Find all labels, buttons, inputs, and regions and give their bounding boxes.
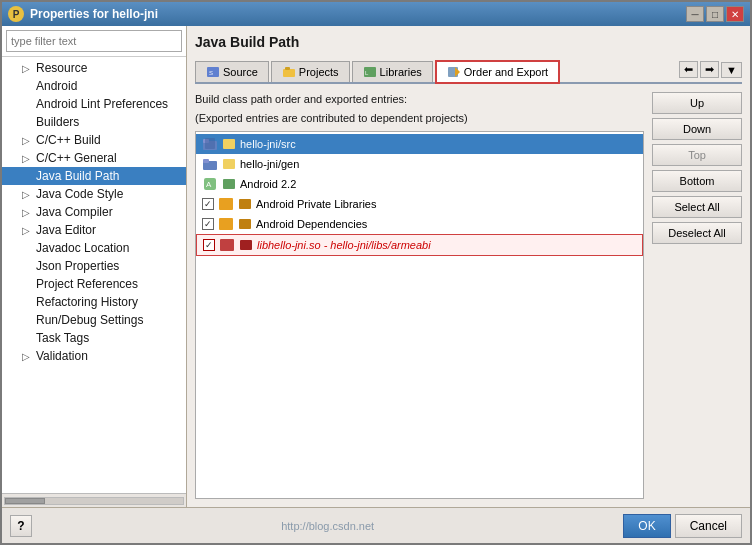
sidebar-item-java-editor[interactable]: ▷ Java Editor (2, 221, 186, 239)
nav-back-button[interactable]: ⬅ (679, 61, 698, 78)
sidebar-item-cpp-build[interactable]: ▷ C/C++ Build (2, 131, 186, 149)
sidebar-item-validation[interactable]: ▷ Validation (2, 347, 186, 365)
sidebar-item-refactoring[interactable]: Refactoring History (2, 293, 186, 311)
panel-body: Build class path order and exported entr… (195, 92, 742, 499)
tab-source[interactable]: S Source (195, 61, 269, 82)
sidebar-item-label: Java Compiler (36, 205, 113, 219)
deselect-all-button[interactable]: Deselect All (652, 222, 742, 244)
scrollbar-thumb[interactable] (5, 498, 45, 504)
list-item-label: Android 2.2 (240, 178, 296, 190)
svg-rect-10 (205, 138, 215, 149)
up-button[interactable]: Up (652, 92, 742, 114)
svg-rect-23 (240, 240, 252, 250)
expand-arrow: ▷ (22, 135, 32, 146)
expand-arrow: ▷ (22, 153, 32, 164)
svg-rect-3 (285, 67, 290, 70)
description-line2: (Exported entries are contributed to dep… (195, 111, 644, 126)
scrollbar-track[interactable] (4, 497, 184, 505)
expand-arrow: ▷ (22, 225, 32, 236)
button-section: Up Down Top Bottom Select All Deselect A… (652, 92, 742, 499)
sidebar-item-label: Resource (36, 61, 87, 75)
sidebar-item-android-lint[interactable]: Android Lint Preferences (2, 95, 186, 113)
sidebar-scrollbar[interactable] (2, 493, 186, 507)
svg-rect-21 (239, 219, 251, 229)
item-checkbox[interactable] (202, 218, 214, 230)
svg-rect-19 (239, 199, 251, 209)
list-item[interactable]: hello-jni/gen (196, 154, 643, 174)
nav-forward-button[interactable]: ➡ (700, 61, 719, 78)
list-item-highlighted[interactable]: libhello-jni.so - hello-jni/libs/armeabi (196, 234, 643, 256)
select-all-button[interactable]: Select All (652, 196, 742, 218)
nav-dropdown-button[interactable]: ▼ (721, 62, 742, 78)
footer-left: ? (10, 515, 32, 537)
list-item[interactable]: hello-jni/src (196, 134, 643, 154)
sidebar-item-label: C/C++ Build (36, 133, 101, 147)
main-panel: Java Build Path S Source Projects (187, 26, 750, 507)
expand-arrow: ▷ (22, 63, 32, 74)
sidebar-item-project-refs[interactable]: Project References (2, 275, 186, 293)
svg-text:A: A (206, 180, 212, 189)
content-area: ▷ Resource Android Android Lint Preferen… (2, 26, 750, 507)
svg-rect-17 (223, 179, 235, 189)
list-item[interactable]: A Android 2.2 (196, 174, 643, 194)
top-button[interactable]: Top (652, 144, 742, 166)
sidebar-item-java-compiler[interactable]: ▷ Java Compiler (2, 203, 186, 221)
expand-arrow: ▷ (22, 351, 32, 362)
sidebar-item-cpp-general[interactable]: ▷ C/C++ General (2, 149, 186, 167)
gen-folder-icon (222, 158, 236, 170)
search-input[interactable] (6, 30, 182, 52)
svg-rect-2 (283, 69, 295, 77)
so-file-icon (219, 238, 235, 252)
sidebar-item-java-code-style[interactable]: ▷ Java Code Style (2, 185, 186, 203)
svg-rect-14 (223, 159, 235, 169)
help-button[interactable]: ? (10, 515, 32, 537)
tabs-bar: S Source Projects L Librarie (195, 60, 742, 84)
sidebar-item-label: C/C++ General (36, 151, 117, 165)
sidebar-item-run-debug[interactable]: Run/Debug Settings (2, 311, 186, 329)
expand-arrow: ▷ (22, 207, 32, 218)
sidebar-item-json[interactable]: Json Properties (2, 257, 186, 275)
maximize-button[interactable]: □ (706, 6, 724, 22)
sidebar-item-resource[interactable]: ▷ Resource (2, 59, 186, 77)
tab-libraries[interactable]: L Libraries (352, 61, 433, 82)
description-line1: Build class path order and exported entr… (195, 92, 644, 107)
tab-order-export[interactable]: Order and Export (435, 60, 560, 84)
sidebar-item-task-tags[interactable]: Task Tags (2, 329, 186, 347)
item-checkbox[interactable] (203, 239, 215, 251)
sidebar-item-label: Project References (36, 277, 138, 291)
tab-projects[interactable]: Projects (271, 61, 350, 82)
search-box (2, 26, 186, 57)
down-button[interactable]: Down (652, 118, 742, 140)
list-section: Build class path order and exported entr… (195, 92, 644, 499)
sidebar-item-label: Validation (36, 349, 88, 363)
sidebar-item-javadoc[interactable]: Javadoc Location (2, 239, 186, 257)
list-item-label: Android Private Libraries (256, 198, 376, 210)
tab-source-label: Source (223, 66, 258, 78)
tab-libraries-label: Libraries (380, 66, 422, 78)
svg-rect-13 (203, 159, 209, 163)
footer-right: OK Cancel (623, 514, 742, 538)
path-list[interactable]: hello-jni/src hello-jni/gen (195, 131, 644, 499)
list-item[interactable]: Android Dependencies (196, 214, 643, 234)
window-icon: P (8, 6, 24, 22)
list-item-label: Android Dependencies (256, 218, 367, 230)
footer-url: http://blog.csdn.net (281, 520, 374, 532)
ok-button[interactable]: OK (623, 514, 670, 538)
minimize-button[interactable]: ─ (686, 6, 704, 22)
tree-area: ▷ Resource Android Android Lint Preferen… (2, 57, 186, 493)
sidebar-item-label: Run/Debug Settings (36, 313, 143, 327)
sidebar-item-java-build-path[interactable]: Java Build Path (2, 167, 186, 185)
close-button[interactable]: ✕ (726, 6, 744, 22)
title-bar-left: P Properties for hello-jni (8, 6, 158, 22)
svg-rect-11 (223, 139, 235, 149)
bottom-button[interactable]: Bottom (652, 170, 742, 192)
sidebar-item-label: Refactoring History (36, 295, 138, 309)
sidebar-item-label: Java Build Path (36, 169, 119, 183)
sidebar-item-label: Builders (36, 115, 79, 129)
sidebar-item-android[interactable]: Android (2, 77, 186, 95)
cancel-button[interactable]: Cancel (675, 514, 742, 538)
item-checkbox[interactable] (202, 198, 214, 210)
sidebar-item-label: Json Properties (36, 259, 119, 273)
list-item[interactable]: Android Private Libraries (196, 194, 643, 214)
sidebar-item-builders[interactable]: Builders (2, 113, 186, 131)
